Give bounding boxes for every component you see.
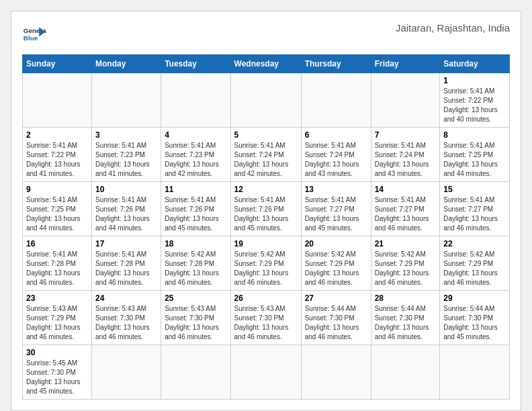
day-number: 3 — [95, 130, 157, 140]
day-info: Sunrise: 5:41 AMSunset: 7:23 PMDaylight:… — [95, 141, 157, 179]
day-info: Sunrise: 5:43 AMSunset: 7:30 PMDaylight:… — [95, 304, 157, 342]
calendar-cell: 9Sunrise: 5:41 AMSunset: 7:25 PMDaylight… — [23, 182, 92, 236]
day-number: 7 — [375, 130, 437, 140]
svg-text:Blue: Blue — [24, 34, 38, 42]
day-number: 23 — [26, 293, 88, 303]
calendar-week-3: 9Sunrise: 5:41 AMSunset: 7:25 PMDaylight… — [23, 182, 510, 236]
calendar-cell: 13Sunrise: 5:41 AMSunset: 7:27 PMDayligh… — [301, 182, 371, 236]
calendar-cell: 27Sunrise: 5:44 AMSunset: 7:30 PMDayligh… — [301, 291, 371, 345]
day-info: Sunrise: 5:44 AMSunset: 7:30 PMDaylight:… — [375, 304, 437, 342]
day-info: Sunrise: 5:41 AMSunset: 7:22 PMDaylight:… — [443, 87, 506, 124]
day-number: 20 — [305, 239, 367, 248]
calendar-cell: 21Sunrise: 5:42 AMSunset: 7:29 PMDayligh… — [371, 236, 440, 291]
day-number: 18 — [165, 239, 226, 248]
calendar-cell: 10Sunrise: 5:41 AMSunset: 7:26 PMDayligh… — [91, 182, 161, 236]
day-info: Sunrise: 5:44 AMSunset: 7:30 PMDaylight:… — [443, 304, 506, 342]
calendar-cell: 2Sunrise: 5:41 AMSunset: 7:22 PMDaylight… — [23, 128, 92, 182]
calendar-cell: 17Sunrise: 5:41 AMSunset: 7:28 PMDayligh… — [91, 236, 161, 291]
dow-header-wednesday: Wednesday — [230, 55, 301, 73]
calendar-cell — [23, 73, 92, 128]
day-info: Sunrise: 5:45 AMSunset: 7:30 PMDaylight:… — [26, 359, 88, 396]
day-info: Sunrise: 5:42 AMSunset: 7:29 PMDaylight:… — [305, 250, 367, 287]
day-number: 12 — [234, 185, 298, 194]
title-block: Jaitaran, Rajashtan, India — [396, 22, 510, 34]
day-info: Sunrise: 5:41 AMSunset: 7:28 PMDaylight:… — [95, 250, 157, 287]
calendar-cell — [371, 345, 440, 400]
calendar-week-4: 16Sunrise: 5:41 AMSunset: 7:28 PMDayligh… — [23, 236, 510, 291]
calendar-cell — [440, 345, 510, 400]
calendar-cell: 15Sunrise: 5:41 AMSunset: 7:27 PMDayligh… — [440, 182, 510, 236]
day-info: Sunrise: 5:41 AMSunset: 7:22 PMDaylight:… — [26, 141, 88, 179]
day-number: 27 — [305, 293, 367, 303]
day-number: 4 — [165, 130, 226, 140]
day-info: Sunrise: 5:42 AMSunset: 7:29 PMDaylight:… — [375, 250, 437, 287]
calendar-cell: 4Sunrise: 5:41 AMSunset: 7:23 PMDaylight… — [161, 128, 230, 182]
day-number: 2 — [26, 130, 88, 140]
day-number: 19 — [234, 239, 298, 248]
calendar-cell: 19Sunrise: 5:42 AMSunset: 7:29 PMDayligh… — [230, 236, 301, 291]
calendar-cell: 14Sunrise: 5:41 AMSunset: 7:27 PMDayligh… — [371, 182, 440, 236]
day-info: Sunrise: 5:42 AMSunset: 7:29 PMDaylight:… — [443, 250, 506, 287]
day-info: Sunrise: 5:43 AMSunset: 7:29 PMDaylight:… — [26, 304, 88, 342]
day-number: 30 — [26, 348, 88, 357]
day-number: 24 — [95, 293, 157, 303]
calendar-page: General Blue Jaitaran, Rajashtan, India … — [11, 11, 521, 411]
dow-header-monday: Monday — [91, 55, 161, 73]
generalblue-logo-icon: General Blue — [22, 22, 46, 46]
calendar-table: SundayMondayTuesdayWednesdayThursdayFrid… — [22, 54, 510, 400]
calendar-cell: 22Sunrise: 5:42 AMSunset: 7:29 PMDayligh… — [440, 236, 510, 291]
day-info: Sunrise: 5:41 AMSunset: 7:28 PMDaylight:… — [26, 250, 88, 287]
calendar-cell: 24Sunrise: 5:43 AMSunset: 7:30 PMDayligh… — [91, 291, 161, 345]
calendar-cell: 6Sunrise: 5:41 AMSunset: 7:24 PMDaylight… — [301, 128, 371, 182]
day-info: Sunrise: 5:41 AMSunset: 7:23 PMDaylight:… — [165, 141, 226, 179]
calendar-cell: 25Sunrise: 5:43 AMSunset: 7:30 PMDayligh… — [161, 291, 230, 345]
calendar-cell — [301, 345, 371, 400]
calendar-cell: 16Sunrise: 5:41 AMSunset: 7:28 PMDayligh… — [23, 236, 92, 291]
day-number: 28 — [375, 293, 437, 303]
day-info: Sunrise: 5:41 AMSunset: 7:26 PMDaylight:… — [234, 195, 298, 233]
calendar-week-1: 1Sunrise: 5:41 AMSunset: 7:22 PMDaylight… — [23, 73, 510, 128]
calendar-cell — [371, 73, 440, 128]
day-info: Sunrise: 5:44 AMSunset: 7:30 PMDaylight:… — [305, 304, 367, 342]
day-number: 11 — [165, 185, 226, 194]
calendar-week-2: 2Sunrise: 5:41 AMSunset: 7:22 PMDaylight… — [23, 128, 510, 182]
calendar-cell — [230, 345, 301, 400]
day-info: Sunrise: 5:41 AMSunset: 7:25 PMDaylight:… — [26, 195, 88, 233]
calendar-cell: 8Sunrise: 5:41 AMSunset: 7:25 PMDaylight… — [440, 128, 510, 182]
calendar-cell: 28Sunrise: 5:44 AMSunset: 7:30 PMDayligh… — [371, 291, 440, 345]
calendar-cell: 5Sunrise: 5:41 AMSunset: 7:24 PMDaylight… — [230, 128, 301, 182]
day-info: Sunrise: 5:43 AMSunset: 7:30 PMDaylight:… — [234, 304, 298, 342]
calendar-cell: 7Sunrise: 5:41 AMSunset: 7:24 PMDaylight… — [371, 128, 440, 182]
calendar-cell: 26Sunrise: 5:43 AMSunset: 7:30 PMDayligh… — [230, 291, 301, 345]
header: General Blue Jaitaran, Rajashtan, India — [22, 22, 510, 46]
calendar-cell — [161, 345, 230, 400]
calendar-cell: 11Sunrise: 5:41 AMSunset: 7:26 PMDayligh… — [161, 182, 230, 236]
day-info: Sunrise: 5:41 AMSunset: 7:26 PMDaylight:… — [165, 195, 226, 233]
calendar-cell — [91, 73, 161, 128]
calendar-cell: 20Sunrise: 5:42 AMSunset: 7:29 PMDayligh… — [301, 236, 371, 291]
dow-header-saturday: Saturday — [440, 55, 510, 73]
calendar-cell — [230, 73, 301, 128]
day-number: 1 — [443, 76, 506, 85]
calendar-cell — [91, 345, 161, 400]
day-number: 5 — [234, 130, 298, 140]
day-info: Sunrise: 5:41 AMSunset: 7:26 PMDaylight:… — [95, 195, 157, 233]
day-number: 14 — [375, 185, 437, 194]
day-number: 15 — [443, 185, 506, 194]
location-subtitle: Jaitaran, Rajashtan, India — [396, 22, 510, 34]
day-number: 9 — [26, 185, 88, 194]
day-info: Sunrise: 5:41 AMSunset: 7:24 PMDaylight:… — [305, 141, 367, 179]
day-number: 16 — [26, 239, 88, 248]
calendar-cell: 23Sunrise: 5:43 AMSunset: 7:29 PMDayligh… — [23, 291, 92, 345]
day-number: 8 — [443, 130, 506, 140]
day-number: 17 — [95, 239, 157, 248]
calendar-cell — [161, 73, 230, 128]
day-info: Sunrise: 5:41 AMSunset: 7:27 PMDaylight:… — [443, 195, 506, 233]
day-info: Sunrise: 5:43 AMSunset: 7:30 PMDaylight:… — [165, 304, 226, 342]
days-of-week-row: SundayMondayTuesdayWednesdayThursdayFrid… — [23, 55, 510, 73]
day-info: Sunrise: 5:42 AMSunset: 7:28 PMDaylight:… — [165, 250, 226, 287]
day-number: 22 — [443, 239, 506, 248]
dow-header-sunday: Sunday — [23, 55, 92, 73]
day-info: Sunrise: 5:41 AMSunset: 7:25 PMDaylight:… — [443, 141, 506, 179]
calendar-week-6: 30Sunrise: 5:45 AMSunset: 7:30 PMDayligh… — [23, 345, 510, 400]
